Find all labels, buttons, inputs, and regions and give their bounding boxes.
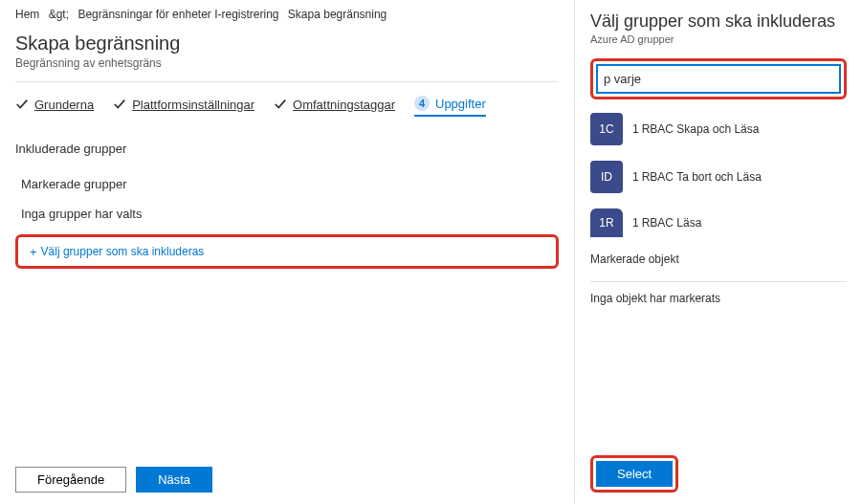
breadcrumb-level2[interactable]: Skapa begränsning — [288, 8, 387, 21]
check-icon — [15, 98, 29, 111]
add-groups-link[interactable]: + Välj grupper som ska inkluderas — [22, 239, 211, 264]
divider — [15, 81, 559, 82]
check-icon — [113, 98, 126, 111]
step-label: Omfattningstaggar — [293, 98, 395, 112]
page-title: Skapa begränsning — [15, 33, 559, 55]
search-highlight — [590, 58, 847, 99]
selected-objects-empty: Inga objekt har markerats — [590, 281, 847, 309]
group-item[interactable]: ID 1RBAC Ta bort och Läsa — [590, 161, 847, 193]
included-groups-title: Inkluderade grupper — [15, 142, 559, 156]
group-text: RBAC Ta bort och Läsa — [642, 170, 762, 184]
group-name: 1RBAC Läsa — [632, 216, 701, 230]
no-groups-text: Inga grupper har valts — [21, 207, 559, 221]
marked-groups-label: Markerade grupper — [21, 177, 559, 191]
add-groups-label: Välj grupper som ska inkluderas — [41, 245, 205, 258]
group-avatar: ID — [590, 161, 623, 193]
group-lead: 1 — [632, 170, 639, 184]
group-lead: 1 — [632, 216, 639, 230]
group-text: RBAC Läsa — [642, 216, 702, 230]
step-assignments[interactable]: 4 Uppgifter — [414, 96, 486, 117]
select-button[interactable]: Select — [596, 461, 673, 487]
group-item[interactable]: 1R 1RBAC Läsa — [590, 208, 847, 237]
panel-footer: Select — [590, 455, 678, 493]
breadcrumb-home[interactable]: Hem — [15, 8, 39, 21]
breadcrumb-separator: &gt; — [49, 8, 69, 21]
group-avatar: 1C — [590, 113, 623, 145]
step-number-badge: 4 — [414, 96, 430, 111]
wizard-steps: Grunderna Plattformsinställningar Omfatt… — [15, 96, 559, 117]
panel-subtitle: Azure AD grupper — [590, 33, 847, 45]
group-text: RBAC Skapa och Läsa — [642, 122, 760, 136]
step-scope-tags[interactable]: Omfattningstaggar — [274, 98, 395, 116]
wizard-footer: Föregående Nästa — [15, 467, 212, 493]
check-icon — [274, 98, 287, 111]
panel-title: Välj grupper som ska inkluderas — [590, 11, 847, 32]
page-subtitle: Begränsning av enhetsgräns — [15, 56, 559, 70]
next-button[interactable]: Nästa — [136, 467, 212, 493]
plus-icon: + — [30, 246, 37, 258]
step-basics[interactable]: Grunderna — [15, 98, 94, 116]
group-list: 1C 1RBAC Skapa och Läsa ID 1RBAC Ta bort… — [590, 113, 847, 237]
selected-objects-label: Markerade objekt — [590, 252, 847, 266]
step-label: Grunderna — [34, 98, 94, 112]
group-item[interactable]: 1C 1RBAC Skapa och Läsa — [590, 113, 847, 145]
add-groups-highlight: + Välj grupper som ska inkluderas — [15, 234, 559, 269]
step-label: Plattformsinställningar — [132, 98, 254, 112]
step-label: Uppgifter — [435, 97, 486, 111]
group-name: 1RBAC Skapa och Läsa — [632, 122, 759, 136]
group-lead: 1 — [632, 122, 639, 136]
group-avatar: 1R — [590, 208, 623, 237]
breadcrumb-level1[interactable]: Begränsningar för enheter I-registrering — [77, 8, 278, 21]
step-platform[interactable]: Plattformsinställningar — [113, 98, 254, 116]
main-content-pane: Hem &gt; Begränsningar för enheter I-reg… — [0, 0, 575, 504]
breadcrumb: Hem &gt; Begränsningar för enheter I-reg… — [15, 8, 559, 21]
group-name: 1RBAC Ta bort och Läsa — [632, 170, 762, 184]
select-groups-panel: Välj grupper som ska inkluderas Azure AD… — [575, 0, 862, 504]
select-button-highlight: Select — [590, 455, 678, 493]
search-input[interactable] — [597, 65, 840, 93]
previous-button[interactable]: Föregående — [15, 467, 126, 493]
